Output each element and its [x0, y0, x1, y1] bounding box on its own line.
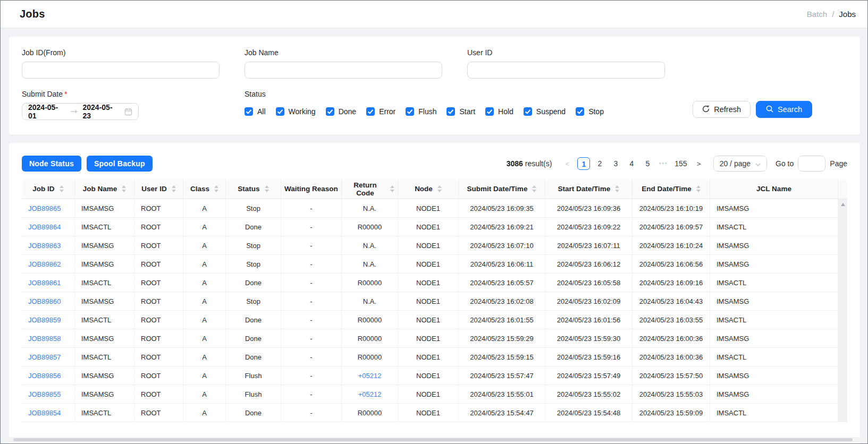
cell-start_datetime: 2024/05/23 16:06:12: [545, 255, 633, 274]
status-checkbox-flush[interactable]: Flush: [406, 107, 436, 116]
cell-job_id: JOB89865: [22, 199, 75, 218]
vertical-scrollbar[interactable]: [838, 199, 847, 422]
next-page-icon[interactable]: >: [693, 160, 705, 168]
job-name-input[interactable]: [245, 62, 442, 79]
job-id-link[interactable]: JOB89865: [28, 204, 61, 212]
page-number-4[interactable]: 4: [625, 157, 638, 170]
sort-icon[interactable]: [214, 185, 218, 192]
page-number-2[interactable]: 2: [593, 157, 606, 170]
breadcrumb-batch[interactable]: Batch: [807, 10, 827, 19]
job-id-link[interactable]: JOB89858: [28, 335, 61, 343]
table-row: JOB89858IMSAMSGROOTADone-R00000NODE12024…: [22, 329, 847, 348]
scroll-up-arrow-icon[interactable]: [841, 203, 845, 206]
cell-status: Done: [226, 311, 281, 329]
horizontal-scrollbar-thumb[interactable]: [13, 438, 853, 441]
sort-icon[interactable]: [60, 185, 64, 192]
sort-icon[interactable]: [532, 185, 536, 192]
page-number-3[interactable]: 3: [609, 157, 622, 170]
column-header-end_datetime[interactable]: End Date/Time: [633, 179, 710, 199]
status-checkbox-error[interactable]: Error: [366, 107, 395, 116]
sort-icon[interactable]: [265, 185, 269, 192]
cell-submit_datetime: 2024/05/23 15:55:01: [459, 385, 545, 404]
job-id-link[interactable]: JOB89861: [28, 279, 61, 287]
search-button[interactable]: Search: [756, 101, 812, 118]
column-header-label: Start Date/Time: [558, 185, 611, 193]
sort-icon[interactable]: [615, 185, 619, 192]
column-header-submit_datetime[interactable]: Submit Date/Time: [459, 179, 545, 199]
cell-job_name: IMSAMSG: [75, 236, 134, 255]
page-ellipsis[interactable]: •••: [657, 157, 670, 170]
horizontal-scrollbar[interactable]: [2, 437, 866, 442]
job-id-link[interactable]: JOB89862: [28, 260, 61, 268]
column-header-return_code[interactable]: Return Code: [342, 179, 398, 199]
status-checkbox-done[interactable]: Done: [326, 107, 356, 116]
cell-end_datetime: 2024/05/23 16:09:16: [633, 274, 710, 292]
column-header-start_datetime[interactable]: Start Date/Time: [545, 179, 633, 199]
prev-page-icon[interactable]: <: [561, 160, 573, 168]
job-id-link[interactable]: JOB89864: [28, 223, 61, 231]
cell-submit_datetime: 2024/05/23 15:59:15: [459, 348, 545, 366]
job-id-link[interactable]: JOB89863: [28, 242, 61, 250]
cell-job_id: JOB89862: [22, 255, 75, 274]
breadcrumb-separator: /: [832, 10, 834, 19]
job-id-link[interactable]: JOB89855: [28, 390, 61, 398]
page-number-1[interactable]: 1: [577, 157, 590, 170]
user-id-input[interactable]: [467, 62, 665, 79]
status-checkbox-working[interactable]: Working: [276, 107, 316, 116]
refresh-button[interactable]: Refresh: [693, 101, 751, 118]
job-id-link[interactable]: JOB89856: [28, 372, 61, 380]
cell-status: Stop: [226, 199, 281, 218]
cell-waiting_reason: -: [281, 385, 342, 404]
return-code-link[interactable]: +05212: [358, 390, 382, 398]
required-mark: *: [64, 90, 67, 98]
status-checkbox-all[interactable]: All: [245, 107, 266, 116]
cell-class: A: [183, 348, 226, 366]
sort-icon[interactable]: [122, 185, 126, 192]
spool-backup-button[interactable]: Spool Backup: [87, 156, 153, 172]
cell-jcl_name: IMSAMSG: [710, 366, 838, 385]
column-header-job_id[interactable]: Job ID: [22, 179, 75, 199]
job-id-link[interactable]: JOB89857: [28, 353, 61, 361]
job-id-input[interactable]: [22, 62, 220, 79]
status-checkbox-start[interactable]: Start: [446, 107, 475, 116]
goto-page-input[interactable]: [798, 156, 825, 172]
return-code-link[interactable]: +05212: [358, 372, 382, 380]
submit-date-range-picker[interactable]: 2024-05-01 2024-05-23: [22, 103, 139, 120]
cell-submit_datetime: 2024/05/23 16:01:55: [459, 311, 545, 329]
sort-icon[interactable]: [437, 185, 442, 192]
sort-icon[interactable]: [172, 185, 176, 192]
cell-return_code: R00000: [342, 329, 398, 348]
cell-status: Done: [226, 348, 281, 366]
cell-node: NODE1: [398, 329, 459, 348]
job-id-link[interactable]: JOB89854: [28, 409, 61, 417]
cell-status: Done: [226, 404, 281, 422]
cell-submit_datetime: 2024/05/23 16:02:08: [459, 292, 545, 311]
cell-node: NODE1: [398, 404, 459, 422]
sort-icon[interactable]: [390, 185, 394, 192]
job-id-link[interactable]: JOB89859: [28, 316, 61, 324]
table-header-row: Job IDJob NameUser IDClassStatusWaiting …: [22, 179, 847, 199]
cell-submit_datetime: 2024/05/23 16:05:57: [459, 274, 545, 292]
column-header-status[interactable]: Status: [226, 179, 281, 199]
page-number-5[interactable]: 5: [641, 157, 654, 170]
cell-end_datetime: 2024/05/23 16:09:57: [633, 218, 710, 236]
cell-job_name: IMSACTL: [75, 311, 134, 329]
date-to-value[interactable]: 2024-05-23: [83, 103, 120, 120]
node-status-button[interactable]: Node Status: [22, 156, 81, 172]
date-from-value[interactable]: 2024-05-01: [28, 103, 65, 120]
column-header-user_id[interactable]: User ID: [134, 179, 183, 199]
page-size-select[interactable]: 20 / page: [713, 156, 767, 172]
job-id-link[interactable]: JOB89860: [28, 297, 61, 305]
status-checkbox-stop[interactable]: Stop: [576, 107, 604, 116]
sort-icon[interactable]: [696, 185, 701, 192]
column-header-class[interactable]: Class: [183, 179, 226, 199]
column-header-node[interactable]: Node: [398, 179, 459, 199]
cell-waiting_reason: -: [281, 348, 342, 366]
cell-jcl_name: IMSAMSG: [710, 385, 838, 404]
page-number-155[interactable]: 155: [673, 157, 688, 170]
column-header-job_name[interactable]: Job Name: [75, 179, 134, 199]
checkbox-checked-icon: [485, 107, 494, 116]
status-checkbox-suspend[interactable]: Suspend: [524, 107, 566, 116]
table-row: JOB89865IMSAMSGROOTAStop-N.A.NODE12024/0…: [22, 199, 847, 218]
status-checkbox-hold[interactable]: Hold: [485, 107, 513, 116]
